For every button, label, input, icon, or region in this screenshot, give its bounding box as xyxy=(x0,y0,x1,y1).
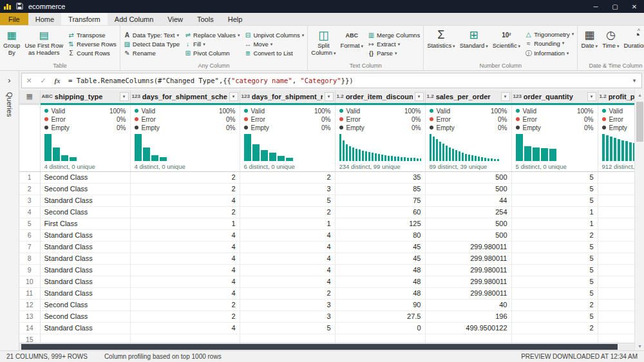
table-cell[interactable]: 4 xyxy=(240,252,335,264)
table-cell[interactable] xyxy=(598,171,634,183)
row-number[interactable]: 13 xyxy=(19,310,40,322)
scroll-up-icon[interactable]: ▲ xyxy=(635,90,644,99)
table-cell[interactable]: 2 xyxy=(240,171,335,183)
column-header-days_for_shipment_real[interactable]: 123days_for_shipment_real▾ xyxy=(240,90,335,104)
ribbon-button-split-column[interactable]: ◫SplitColumn ▾ xyxy=(309,26,337,62)
table-cell[interactable]: 80 xyxy=(335,229,425,241)
ribbon-button-replace-values[interactable]: ⇌Replace Values▾ xyxy=(183,31,241,39)
ribbon-button-rounding[interactable]: ≈Rounding▾ xyxy=(524,39,575,48)
table-cell[interactable]: 85 xyxy=(335,183,425,195)
table-cell[interactable]: 1 xyxy=(130,218,240,229)
table-cell[interactable]: 5 xyxy=(511,252,598,264)
table-cell[interactable]: 5 xyxy=(511,287,598,299)
filter-dropdown-icon[interactable]: ▾ xyxy=(229,92,238,101)
table-cell[interactable]: 4 xyxy=(130,229,240,241)
ribbon-button-rename[interactable]: ✎Rename xyxy=(122,49,181,57)
row-number[interactable]: 2 xyxy=(19,183,40,195)
table-cell[interactable]: 40 xyxy=(425,299,511,310)
table-cell[interactable]: 299.980011 xyxy=(425,252,511,264)
ribbon-button-detect-data-type[interactable]: ▨Detect Data Type xyxy=(122,40,181,48)
minimize-button[interactable]: ─ xyxy=(586,0,605,13)
table-cell[interactable]: 45 xyxy=(335,252,425,264)
table-cell[interactable]: 3 xyxy=(240,299,335,310)
ribbon-button-use-first-row-as-headers[interactable]: ▤Use First Rowas Headers xyxy=(23,26,65,62)
table-cell[interactable]: 500 xyxy=(425,218,511,229)
menu-tab-add-column[interactable]: Add Column xyxy=(108,13,161,25)
table-cell[interactable] xyxy=(598,322,634,334)
table-cell[interactable]: Standard Class xyxy=(40,322,130,334)
table-cell[interactable]: Second Class xyxy=(40,299,130,310)
ribbon-button-pivot-column[interactable]: ⊞Pivot Column xyxy=(183,49,241,57)
ribbon-button-count-rows[interactable]: ΣCount Rows xyxy=(66,49,118,57)
formula-input[interactable]: = Table.RenameColumns(#"Changed Type",{{… xyxy=(64,77,627,84)
select-all-corner[interactable]: ▦ xyxy=(19,90,40,104)
table-cell[interactable]: 500 xyxy=(425,183,511,195)
menu-tab-view[interactable]: View xyxy=(160,13,190,25)
table-cell[interactable]: 4 xyxy=(130,195,240,206)
maximize-button[interactable]: ▢ xyxy=(605,0,625,13)
filter-dropdown-icon[interactable]: ▾ xyxy=(325,92,334,101)
table-cell[interactable] xyxy=(598,183,634,195)
table-cell[interactable]: Standard Class xyxy=(40,229,130,241)
table-cell[interactable]: Standard Class xyxy=(40,264,130,276)
row-number[interactable]: 8 xyxy=(19,252,40,264)
table-cell[interactable] xyxy=(598,206,634,218)
vertical-scrollbar-thumb[interactable] xyxy=(636,102,643,142)
table-cell[interactable]: First Class xyxy=(40,218,130,229)
table-cell[interactable]: 1 xyxy=(511,206,598,218)
table-cell[interactable] xyxy=(598,252,634,264)
row-number[interactable]: 7 xyxy=(19,241,40,252)
table-cell[interactable]: 2 xyxy=(511,322,598,334)
filter-dropdown-icon[interactable]: ▾ xyxy=(587,92,596,101)
table-cell[interactable]: 196 xyxy=(425,310,511,322)
table-cell[interactable]: 1 xyxy=(240,218,335,229)
row-number[interactable]: 6 xyxy=(19,229,40,241)
menu-tab-home[interactable]: Home xyxy=(28,13,61,25)
table-cell[interactable]: 4 xyxy=(130,287,240,299)
table-cell[interactable]: 3 xyxy=(240,310,335,322)
table-cell[interactable]: Second Class xyxy=(40,310,130,322)
ribbon-button-convert-to-list[interactable]: ≣Convert to List xyxy=(243,49,305,57)
table-cell[interactable]: 48 xyxy=(335,264,425,276)
row-number[interactable]: 1 xyxy=(19,171,40,183)
row-number[interactable]: 12 xyxy=(19,299,40,310)
ribbon-button-format[interactable]: ABCFormat ▾ xyxy=(339,26,366,62)
menu-tab-help[interactable]: Help xyxy=(221,13,250,25)
table-cell[interactable]: 5 xyxy=(511,183,598,195)
ribbon-button-information[interactable]: ⓘInformation▾ xyxy=(524,48,575,59)
table-cell[interactable]: 4 xyxy=(130,241,240,252)
table-cell[interactable]: 500 xyxy=(425,171,511,183)
row-number[interactable]: 3 xyxy=(19,195,40,206)
menu-tab-transform[interactable]: Transform xyxy=(61,13,108,25)
table-cell[interactable]: 125 xyxy=(335,218,425,229)
table-cell[interactable]: 2 xyxy=(511,299,598,310)
ribbon-button-trigonometry[interactable]: △Trigonometry▾ xyxy=(524,30,575,39)
formula-check-icon[interactable]: ✓ xyxy=(36,77,50,85)
filter-dropdown-icon[interactable]: ▾ xyxy=(501,92,510,101)
table-cell[interactable]: 299.980011 xyxy=(425,287,511,299)
table-cell[interactable]: 4 xyxy=(240,229,335,241)
row-number[interactable]: 14 xyxy=(19,322,40,334)
table-cell[interactable]: 44 xyxy=(425,195,511,206)
table-cell[interactable]: 75 xyxy=(335,195,425,206)
table-cell[interactable]: 2 xyxy=(130,171,240,183)
table-cell[interactable] xyxy=(598,264,634,276)
table-cell[interactable]: 4 xyxy=(130,264,240,276)
table-cell[interactable]: 5 xyxy=(511,264,598,276)
table-cell[interactable]: Standard Class xyxy=(40,287,130,299)
filter-dropdown-icon[interactable]: ▾ xyxy=(120,92,129,101)
table-cell[interactable]: 5 xyxy=(511,310,598,322)
ribbon-button-transpose[interactable]: ⇄Transpose xyxy=(66,31,118,39)
column-header-days_for_shipment_scheduled[interactable]: 123days_for_shipment_scheduled▾ xyxy=(130,90,240,104)
queries-pane-collapsed[interactable]: › Queries xyxy=(0,71,19,350)
table-cell[interactable] xyxy=(598,310,634,322)
table-cell[interactable]: 299.980011 xyxy=(425,276,511,287)
table-cell[interactable]: 48 xyxy=(335,287,425,299)
table-cell[interactable] xyxy=(598,218,634,229)
table-cell[interactable]: 0 xyxy=(335,322,425,334)
table-cell[interactable]: 2 xyxy=(240,206,335,218)
table-cell[interactable]: 254 xyxy=(425,206,511,218)
table-cell[interactable]: 3 xyxy=(240,183,335,195)
ribbon-button-parse[interactable]: {}Parse▾ xyxy=(366,49,421,57)
table-cell[interactable]: 45 xyxy=(335,241,425,252)
